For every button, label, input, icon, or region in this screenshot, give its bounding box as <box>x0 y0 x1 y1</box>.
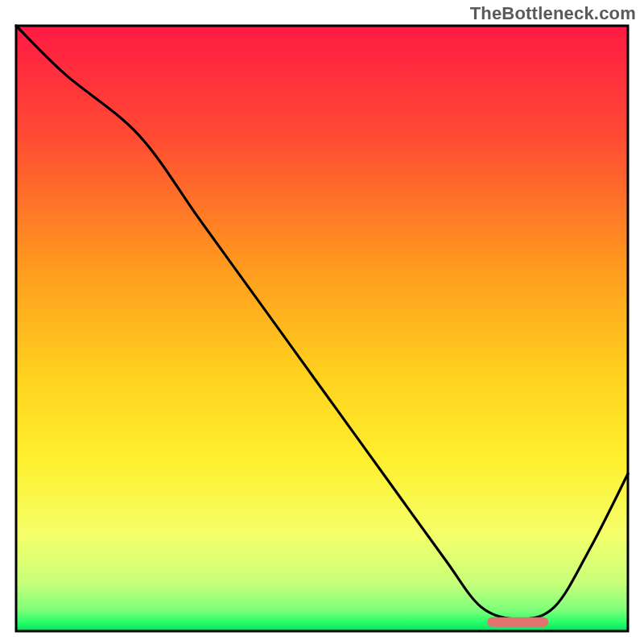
bottleneck-chart <box>0 0 644 644</box>
marker-bar <box>487 617 548 627</box>
plot-background <box>16 26 628 631</box>
chart-stage: TheBottleneck.com <box>0 0 644 644</box>
watermark-text: TheBottleneck.com <box>470 3 636 24</box>
